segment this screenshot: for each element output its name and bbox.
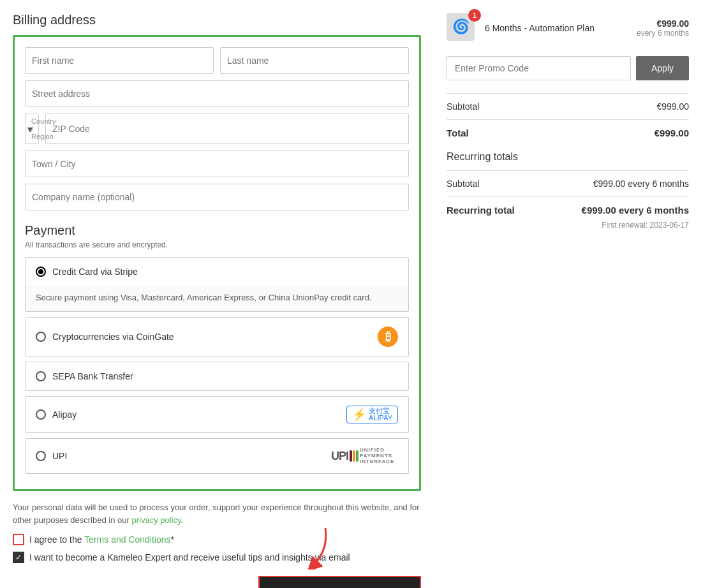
terms-checkbox[interactable] <box>13 534 24 545</box>
payment-label-crypto: Cryptocurrencies via CoinGate <box>36 332 174 342</box>
newsletter-row: ✓ I want to become a Kameleo Expert and … <box>13 552 421 563</box>
name-row <box>25 47 409 74</box>
product-icon: 🌀 1 <box>447 13 477 43</box>
billing-title: Billing address <box>13 13 421 27</box>
payment-option-header-crypto[interactable]: Cryptocurrencies via CoinGate ₿ <box>26 318 408 356</box>
subtotal-row: Subtotal €999.00 <box>447 101 689 112</box>
privacy-text: Your personal data will be used to proce… <box>13 501 421 526</box>
promo-row: Apply <box>447 56 689 80</box>
total-value: €999.00 <box>655 128 689 138</box>
radio-alipay <box>36 409 46 420</box>
product-price: €999.00 <box>637 18 689 29</box>
company-row <box>25 184 409 210</box>
product-badge: 1 <box>468 9 481 22</box>
payment-label-alipay: Alipay <box>36 409 77 420</box>
radio-sepa <box>36 371 46 381</box>
payment-option-header-upi[interactable]: UPI UPI UNIFIED PAYMENTS INTERFACE <box>26 439 408 473</box>
city-row <box>25 151 409 177</box>
recurring-total-value: €999.00 every 6 months <box>582 205 689 216</box>
payment-option-crypto[interactable]: Cryptocurrencies via CoinGate ₿ <box>25 317 409 356</box>
recurring-total-row: Recurring total €999.00 every 6 months <box>447 205 689 216</box>
payment-label-sepa: SEPA Bank Transfer <box>36 371 133 381</box>
payment-label-credit-card: Credit Card via Stripe <box>36 267 138 277</box>
payment-option-header-sepa[interactable]: SEPA Bank Transfer <box>26 362 408 390</box>
newsletter-label: I want to become a Kameleo Expert and re… <box>29 552 350 562</box>
recurring-total-label: Recurring total <box>447 205 515 216</box>
payment-label-upi: UPI <box>36 451 67 461</box>
order-item: 🌀 1 6 Months - Automation Plan €999.00 e… <box>447 13 689 43</box>
street-row <box>25 80 409 107</box>
alipay-icon: ⚡ 支付宝ALIPAY <box>346 406 398 423</box>
recurring-subtotal-row: Subtotal €999.00 every 6 months <box>447 179 689 189</box>
pay-button[interactable]: Pay via Stripe Checkout <box>258 576 421 588</box>
city-input[interactable] <box>25 151 409 177</box>
payment-option-header-credit-card[interactable]: Credit Card via Stripe <box>26 258 408 286</box>
subtotal-value: €999.00 <box>656 101 689 112</box>
street-input[interactable] <box>25 80 409 107</box>
total-label: Total <box>447 128 469 138</box>
bitcoin-icon: ₿ <box>378 327 398 347</box>
terms-row: I agree to the Terms and Conditions* <box>13 534 421 545</box>
apply-button[interactable]: Apply <box>636 56 689 80</box>
newsletter-checkbox[interactable]: ✓ <box>13 552 24 563</box>
country-select[interactable]: United States (US) <box>25 114 39 144</box>
radio-upi <box>36 451 46 461</box>
privacy-policy-link[interactable]: privacy policy <box>131 515 181 525</box>
product-details: 6 Months - Automation Plan <box>485 23 629 33</box>
payment-option-header-alipay[interactable]: Alipay ⚡ 支付宝ALIPAY <box>26 397 408 432</box>
credit-card-label: Credit Card via Stripe <box>52 267 138 277</box>
first-name-input[interactable] <box>25 47 214 74</box>
sepa-label: SEPA Bank Transfer <box>52 371 133 381</box>
payment-option-sepa[interactable]: SEPA Bank Transfer <box>25 362 409 391</box>
product-pricing: €999.00 every 6 months <box>637 18 689 38</box>
order-summary: 🌀 1 6 Months - Automation Plan €999.00 e… <box>447 13 689 588</box>
crypto-label: Cryptocurrencies via CoinGate <box>52 332 174 342</box>
recurring-subtotal-value: €999.00 every 6 months <box>593 179 689 189</box>
terms-label: I agree to the Terms and Conditions* <box>29 534 174 545</box>
billing-form: Country / Region United States (US) ▾ Pa… <box>13 35 421 491</box>
credit-card-description: Secure payment using Visa, Mastercard, A… <box>26 286 408 311</box>
pay-container: Pay via Stripe Checkout <box>258 576 421 588</box>
upi-label: UPI <box>52 451 67 461</box>
payment-option-upi[interactable]: UPI UPI UNIFIED PAYMENTS INTERFACE <box>25 438 409 474</box>
arrow-indicator-1 <box>293 525 332 571</box>
product-period: every 6 months <box>637 29 689 38</box>
promo-input[interactable] <box>447 56 631 80</box>
payment-option-alipay[interactable]: Alipay ⚡ 支付宝ALIPAY <box>25 396 409 433</box>
subtotal-label: Subtotal <box>447 101 479 112</box>
checkmark-icon: ✓ <box>15 553 22 562</box>
bottom-row: « Return to cart Pay via Stripe Checkout <box>13 576 421 588</box>
zip-input[interactable] <box>45 114 409 144</box>
payment-option-credit-card[interactable]: Credit Card via Stripe Secure payment us… <box>25 257 409 312</box>
country-zip-row: Country / Region United States (US) ▾ <box>25 114 409 144</box>
radio-dot-credit-card <box>38 269 43 274</box>
company-input[interactable] <box>25 184 409 210</box>
last-name-input[interactable] <box>220 47 409 74</box>
payment-subtitle: All transactions are secure and encrypte… <box>25 240 409 249</box>
alipay-label: Alipay <box>52 409 77 420</box>
terms-link[interactable]: Terms and Conditions <box>84 534 170 545</box>
renewal-date: First renewal: 2023-06-17 <box>447 221 689 230</box>
product-name: 6 Months - Automation Plan <box>485 23 629 33</box>
radio-crypto <box>36 332 46 342</box>
recurring-title: Recurring totals <box>447 151 689 163</box>
upi-icon: UPI UNIFIED PAYMENTS INTERFACE <box>331 448 398 464</box>
country-wrapper: Country / Region United States (US) ▾ <box>25 114 39 144</box>
radio-credit-card <box>36 267 46 277</box>
total-row: Total €999.00 <box>447 128 689 138</box>
payment-title: Payment <box>25 223 409 238</box>
recurring-subtotal-label: Subtotal <box>447 179 479 189</box>
